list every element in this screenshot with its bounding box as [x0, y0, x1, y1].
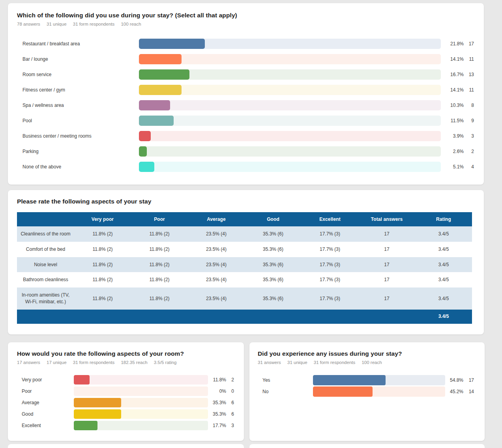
cell: 17.7% (3) — [302, 272, 358, 287]
footer-cell — [358, 310, 415, 324]
bar-track[interactable] — [313, 386, 445, 397]
bar-track[interactable] — [74, 398, 208, 407]
table-footer-row: 3.4/5 — [17, 310, 472, 324]
bar-track[interactable] — [139, 116, 441, 126]
stats-line: 78 answers 31 unique 31 form respondents… — [17, 22, 484, 26]
bar-percent: 45.2% — [445, 389, 463, 394]
bar-fill — [139, 131, 151, 141]
bar-track[interactable] — [139, 131, 441, 141]
bar-count: 6 — [226, 400, 234, 405]
bar-track[interactable] — [74, 409, 208, 419]
bar-track[interactable] — [74, 421, 208, 430]
page-title: Please rate the following aspects of you… — [17, 198, 484, 205]
cell: 11.8% (2) — [131, 242, 188, 257]
bar-row-average: Average 35.3% 6 — [17, 397, 244, 408]
table-header-excellent: Excellent — [302, 212, 358, 226]
bar-track[interactable] — [74, 386, 208, 396]
bar-track[interactable] — [139, 85, 441, 95]
bar-row-parking: Parking 2.6% 2 — [17, 144, 484, 159]
bar-label: Very poor — [17, 377, 74, 383]
bar-fill — [139, 100, 170, 110]
table-row-noise: Noise level 11.8% (2) 11.8% (2) 23.5% (4… — [17, 257, 472, 273]
bar-fill — [313, 386, 373, 397]
cell: 35.3% (6) — [245, 242, 302, 257]
cell: 23.5% (4) — [188, 287, 245, 310]
next-card-partial-left — [8, 444, 244, 448]
stats-line: 17 answers 17 unique 31 form respondents… — [17, 360, 244, 365]
stats-line: 31 answers 31 unique 31 form respondents… — [258, 360, 485, 365]
bar-fill — [139, 162, 154, 172]
bar-percent: 35.3% — [208, 411, 226, 417]
cell: 11.8% (2) — [74, 226, 131, 242]
cell-rating: 3.4/5 — [415, 287, 472, 310]
bar-percent: 3.9% — [441, 133, 464, 139]
bar-fill — [74, 375, 90, 385]
bar-row-restaurant: Restaurant / breakfast area 21.8% 17 — [17, 36, 484, 51]
cell: 11.8% (2) — [74, 287, 131, 310]
bar-label: Excellent — [17, 423, 74, 428]
bar-label: Business center / meeting rooms — [17, 133, 139, 139]
stat-unique: 31 unique — [287, 360, 307, 365]
bar-label: Pool — [17, 118, 139, 123]
bar-track[interactable] — [139, 39, 441, 49]
cell: 35.3% (6) — [245, 226, 302, 242]
rating-table: Very poor Poor Average Good Excellent To… — [17, 212, 472, 324]
bar-count: 6 — [226, 411, 234, 417]
cell: 11.8% (2) — [131, 272, 188, 287]
table-header-rating: Rating — [415, 212, 472, 226]
cell-total: 17 — [358, 226, 415, 242]
bar-chart-issues: Yes 54.8% 17 No 45.2% 14 — [258, 374, 485, 397]
bar-track[interactable] — [139, 100, 441, 110]
page-title: How would you rate the following aspects… — [17, 350, 244, 357]
bar-fill — [139, 69, 189, 80]
bar-fill — [139, 39, 205, 49]
stat-respondents: 31 form respondents — [314, 360, 355, 365]
bar-row-room-service: Room service 16.7% 13 — [17, 67, 484, 82]
stat-reach: 182.35 reach — [121, 360, 147, 365]
bar-track[interactable] — [74, 375, 208, 385]
cell: 23.5% (4) — [188, 257, 245, 273]
bar-track[interactable] — [313, 375, 445, 385]
bar-row-no: No 45.2% 14 — [258, 386, 485, 397]
bar-chart-amenities: Restaurant / breakfast area 21.8% 17 Bar… — [17, 36, 484, 174]
bar-count: 8 — [464, 103, 474, 108]
cell: 23.5% (4) — [188, 272, 245, 287]
bar-percent: 14.1% — [441, 87, 464, 93]
bar-count: 3 — [226, 423, 234, 428]
bar-label: Average — [17, 400, 74, 405]
bar-row-pool: Pool 11.5% 9 — [17, 113, 484, 128]
bar-track[interactable] — [139, 162, 441, 172]
page-title: Did you experience any issues during you… — [258, 350, 485, 357]
bar-label: Yes — [258, 377, 313, 383]
table-header-row: Very poor Poor Average Good Excellent To… — [17, 212, 472, 226]
cell-total: 17 — [358, 287, 415, 310]
bar-percent: 17.7% — [208, 423, 226, 428]
bar-percent: 5.1% — [441, 164, 464, 170]
bar-count: 4 — [464, 164, 474, 170]
bar-track[interactable] — [139, 54, 441, 64]
cell-total: 17 — [358, 242, 415, 257]
cell: 17.7% (3) — [302, 257, 358, 273]
cell-rating: 3.4/5 — [415, 242, 472, 257]
cell-total: 17 — [358, 257, 415, 273]
bar-count: 17 — [464, 41, 474, 47]
bar-count: 3 — [464, 133, 474, 139]
bar-row-excellent: Excellent 17.7% 3 — [17, 420, 244, 431]
cell: 17.7% (3) — [302, 226, 358, 242]
bar-label: Poor — [17, 388, 74, 394]
cell: 23.5% (4) — [188, 226, 245, 242]
bar-fill — [74, 421, 97, 430]
bar-label: Fitness center / gym — [17, 87, 139, 93]
bar-row-good: Good 35.3% 6 — [17, 408, 244, 420]
bar-chart-room-rating: Very poor 11.8% 2 Poor 0% 0 Average 35.3… — [17, 374, 244, 431]
stat-respondents: 31 form respondents — [73, 360, 114, 365]
bar-track[interactable] — [139, 146, 441, 157]
bar-count: 2 — [464, 149, 474, 154]
cell-rating: 3.4/5 — [415, 272, 472, 287]
bar-fill — [139, 85, 182, 95]
bar-track[interactable] — [139, 69, 441, 80]
bar-count: 17 — [463, 377, 474, 383]
bar-label: Spa / wellness area — [17, 103, 139, 108]
bar-count: 11 — [464, 56, 474, 62]
cell: 17.7% (3) — [302, 287, 358, 310]
